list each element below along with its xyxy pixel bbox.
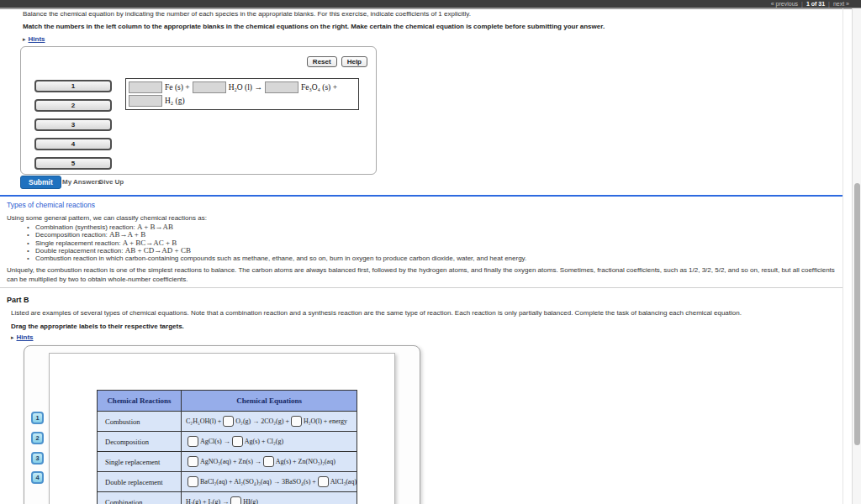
instruction-text: Balance the chemical equation by indicat…: [23, 10, 471, 18]
drag-canvas-panel: Chemical Reactions Chemical Equations Co…: [49, 353, 395, 504]
label-tile-4[interactable]: 4: [31, 471, 44, 484]
top-divider: [0, 8, 861, 9]
number-tile-2[interactable]: 2: [34, 99, 112, 112]
bullet-text: Single replacement reaction:: [35, 239, 123, 247]
coefficient-blank-fe[interactable]: [129, 81, 162, 93]
coefficient-blank-fe3o4[interactable]: [265, 81, 298, 93]
number-tile-3[interactable]: 3: [34, 118, 112, 131]
label-tile-2[interactable]: 2: [31, 432, 44, 444]
pagination-previous-link[interactable]: « previous: [771, 1, 798, 7]
table-row-combustion: Combustion C₂H₅OH(l) +O₂(g) → 2CO₂(g) +H…: [98, 412, 357, 432]
equation-line-2: H₂ (g): [129, 94, 356, 108]
reset-button[interactable]: Reset: [307, 56, 337, 67]
reaction-name: Single replacement: [98, 452, 182, 472]
section-divider-gray: [0, 287, 843, 288]
part-a-activity-box: Reset Help 1 2 3 4 5 Fe (s) + H₂O (l) → …: [20, 46, 377, 175]
help-button[interactable]: Help: [341, 56, 367, 67]
pagination-status: 1 of 31: [806, 1, 825, 7]
reaction-name: Combination: [98, 492, 182, 504]
label-target[interactable]: [230, 496, 241, 504]
part-b-activity-box: 1 2 3 4 Chemical Reactions Chemical Equa…: [24, 345, 420, 504]
table-row-combination: Combination H₂(g) + I₂(g) →HI(g): [98, 492, 357, 504]
bullet-text: Combustion reaction in which carbon-cont…: [35, 255, 526, 262]
scrollbar-thumb[interactable]: [854, 183, 860, 445]
equation-segment: H₂O(l) + energy: [304, 417, 347, 425]
equation-term: Fe (s) +: [165, 83, 190, 92]
label-target[interactable]: [188, 436, 198, 447]
table-row-decomposition: Decomposition AgCl(s) →Ag(s) + Cl₂(g): [98, 432, 357, 452]
equation-segment: H₂(g) + I₂(g) →: [186, 498, 229, 504]
combustion-paragraph: Uniquely, the combustion reaction is one…: [7, 265, 835, 284]
equation-segment: Ag(s) + Zn(NO₃)₂(aq): [276, 458, 335, 465]
scrollbar-track[interactable]: [852, 8, 861, 504]
pagination-separator: |: [801, 1, 803, 7]
hints-toggle-part-b[interactable]: ▸Hints: [11, 333, 34, 341]
match-instruction-text: Match the numbers in the left column to …: [23, 23, 605, 30]
label-target[interactable]: [188, 456, 198, 467]
label-target[interactable]: [318, 476, 329, 487]
reaction-types-list: Combination (synthesis) reaction: A + B→…: [27, 223, 526, 262]
header-chemical-equations: Chemical Equations: [182, 391, 357, 412]
number-tile-4[interactable]: 4: [34, 138, 112, 150]
equation-cell: BaCl₂(aq) + Al₂(SO₄)₃(aq) → 3BaSO₄(s) +A…: [182, 472, 357, 492]
give-up-link[interactable]: Give Up: [98, 178, 124, 186]
my-answers-link[interactable]: My Answers: [62, 178, 101, 186]
pagination-next-link[interactable]: next »: [833, 1, 849, 7]
label-target[interactable]: [223, 416, 234, 427]
label-tile-3[interactable]: 3: [31, 452, 44, 465]
page: « previous|1 of 31|next » Balance the ch…: [0, 0, 861, 504]
equation-segment: AlCl₃(aq): [330, 478, 357, 486]
types-of-reactions-heading: Types of chemical reactions: [7, 201, 95, 209]
reaction-type-bullet: Decomposition reaction: AB→A + B: [27, 231, 526, 239]
reactions-table: Chemical Reactions Chemical Equations Co…: [97, 390, 357, 504]
table-row-single-replacement: Single replacement AgNO₃(aq) + Zn(s) →Ag…: [98, 452, 357, 472]
reaction-type-bullet: Double replacement reaction: AB + CD→AD …: [27, 247, 526, 255]
hints-toggle-part-a[interactable]: ▸Hints: [23, 35, 45, 43]
equation-cell: H₂(g) + I₂(g) →HI(g): [182, 492, 357, 504]
hints-link[interactable]: Hints: [17, 333, 34, 341]
equation-segment: AgCl(s) →: [200, 438, 230, 445]
coefficient-blank-h2[interactable]: [129, 95, 162, 107]
bullet-formula: AB + CD→AD + CB: [125, 246, 191, 255]
equation-cell: AgNO₃(aq) + Zn(s) →Ag(s) + Zn(NO₃)₂(aq): [182, 452, 357, 472]
number-tile-1[interactable]: 1: [34, 80, 112, 92]
reaction-name: Decomposition: [98, 432, 182, 452]
pagination-separator: |: [828, 1, 830, 7]
equation-term: Fe₃O₄ (s) +: [301, 83, 337, 92]
reaction-type-bullet: Combination (synthesis) reaction: A + B→…: [27, 223, 526, 231]
label-tile-1[interactable]: 1: [31, 412, 44, 424]
label-target[interactable]: [263, 456, 274, 467]
header-chemical-reactions: Chemical Reactions: [98, 391, 182, 412]
equation-segment: AgNO₃(aq) + Zn(s) →: [200, 458, 261, 465]
content-edge-divider: [843, 8, 843, 504]
equation-segment: HI(g): [243, 498, 258, 504]
hints-arrow-icon: ▸: [11, 334, 14, 340]
drag-instruction: Drag the appropriate labels to their res…: [11, 323, 184, 330]
bullet-text: Decomposition reaction:: [35, 231, 109, 239]
coefficient-blank-h2o[interactable]: [193, 81, 226, 93]
reaction-name: Double replacement: [98, 472, 182, 492]
table-row-double-replacement: Double replacement BaCl₂(aq) + Al₂(SO₄)₃…: [98, 472, 357, 492]
equation-term: H₂ (g): [165, 97, 185, 105]
activity-buttons: Reset Help: [307, 56, 367, 67]
hints-link[interactable]: Hints: [29, 35, 45, 43]
number-tile-5[interactable]: 5: [34, 157, 112, 170]
reaction-name: Combustion: [98, 412, 182, 432]
submit-button[interactable]: Submit: [20, 176, 61, 189]
equation-panel: Fe (s) + H₂O (l) → Fe₃O₄ (s) + H₂ (g): [125, 78, 359, 110]
pagination-bar: « previous|1 of 31|next »: [0, 0, 861, 8]
bullet-text: Double replacement reaction:: [35, 247, 125, 255]
table-header-row: Chemical Reactions Chemical Equations: [98, 391, 357, 412]
label-target[interactable]: [188, 476, 198, 487]
equation-cell: AgCl(s) →Ag(s) + Cl₂(g): [182, 432, 357, 452]
equation-line-1: Fe (s) + H₂O (l) → Fe₃O₄ (s) +: [129, 81, 356, 94]
theory-intro-text: Using some general pattern, we can class…: [7, 214, 207, 222]
equation-cell: C₂H₅OH(l) +O₂(g) → 2CO₂(g) +H₂O(l) + ene…: [182, 412, 357, 432]
equation-segment: BaCl₂(aq) + Al₂(SO₄)₃(aq) → 3BaSO₄(s) +: [200, 478, 316, 486]
hints-arrow-icon: ▸: [23, 36, 26, 42]
reaction-type-bullet: Single replacement reaction: A + BC→AC +…: [27, 239, 526, 247]
equation-term: H₂O (l) →: [229, 83, 262, 92]
part-b-heading: Part B: [7, 296, 29, 304]
label-target[interactable]: [291, 416, 302, 427]
label-target[interactable]: [232, 436, 243, 447]
